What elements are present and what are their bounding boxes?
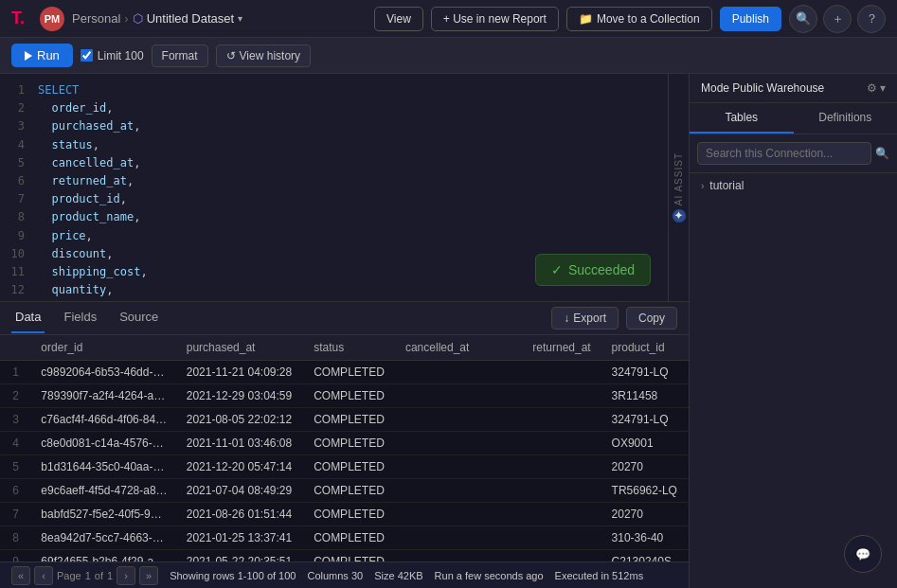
next-page-button[interactable]: › — [117, 566, 135, 585]
status-bar: « ‹ Page 1 of 1 › » Showing rows 1-100 o… — [0, 561, 689, 588]
search-input[interactable] — [697, 142, 871, 165]
view-history-button[interactable]: ↺ View history — [216, 45, 311, 67]
collection-icon: 📁 — [579, 12, 593, 26]
run-button[interactable]: Run — [11, 44, 73, 67]
cell-returned-at — [523, 454, 601, 478]
format-button[interactable]: Format — [152, 45, 208, 67]
tree-caret-icon: › — [701, 181, 704, 191]
size-info: Size 42KB — [374, 570, 422, 581]
tab-data[interactable]: Data — [11, 302, 45, 333]
cell-product-id: OX9001 — [602, 431, 689, 454]
page-label: Page — [57, 570, 81, 581]
search-icon: 🔍 — [875, 147, 889, 160]
table-row: 5 b1d31644-35c0-40aa-a5f3-44f7edfe22ba 2… — [0, 454, 689, 478]
bottom-tabs: Data Fields Source ↓ Export Copy — [0, 301, 689, 335]
editor-area: 123456 789101112 131415161718 SELECT ord… — [0, 74, 689, 588]
check-icon: ✓ — [551, 262, 563, 277]
cell-purchased-at: 2021-11-21 04:09:28 — [177, 360, 304, 383]
prev-page-button[interactable]: ‹ — [34, 566, 53, 585]
table-row: 8 8ea942d7-5cc7-4663-b0de-1eb41066efc0 2… — [0, 526, 689, 549]
col-header-order-id[interactable]: order_id — [31, 335, 176, 361]
col-header-num — [0, 335, 31, 361]
col-header-purchased-at[interactable]: purchased_at — [177, 335, 304, 361]
cell-returned-at — [523, 502, 601, 526]
cell-status: COMPLETED — [304, 360, 396, 383]
export-button[interactable]: ↓ Export — [551, 307, 619, 330]
cell-status: COMPLETED — [304, 431, 396, 454]
code-editor[interactable]: 123456 789101112 131415161718 SELECT ord… — [0, 74, 689, 301]
tree-item-tutorial[interactable]: › tutorial — [690, 173, 897, 198]
row-num: 2 — [0, 383, 31, 407]
cell-purchased-at: 2021-05-22 20:35:51 — [177, 549, 304, 561]
breadcrumb-dataset[interactable]: Untitled Dataset ▾ — [147, 11, 243, 26]
first-page-button[interactable]: « — [11, 566, 30, 585]
breadcrumb: Personal › ⬡ Untitled Dataset ▾ — [72, 11, 242, 26]
data-table-container[interactable]: order_id purchased_at status cancelled_a… — [0, 335, 689, 562]
ai-assist-button[interactable]: ✦ — [673, 209, 686, 223]
limit-input[interactable] — [81, 49, 93, 62]
toolbar: Run Limit 100 Format ↺ View history — [0, 38, 897, 74]
cell-product-id: 310-36-40 — [602, 526, 689, 549]
cell-product-id: TR56962-LQ — [602, 478, 689, 502]
avatar[interactable]: PM — [40, 7, 64, 31]
cell-purchased-at: 2021-01-25 13:37:41 — [177, 526, 304, 549]
chat-bubble[interactable]: 💬 — [844, 535, 882, 573]
chevron-down-icon: ▾ — [238, 13, 242, 24]
cell-purchased-at: 2021-12-20 05:47:14 — [177, 454, 304, 478]
view-button[interactable]: View — [374, 7, 423, 31]
limit-checkbox[interactable]: Limit 100 — [81, 49, 144, 62]
cell-returned-at — [523, 478, 601, 502]
row-num: 3 — [0, 407, 31, 431]
cell-purchased-at: 2021-11-01 03:46:08 — [177, 431, 304, 454]
tree-item-label: tutorial — [709, 179, 744, 192]
main-area: 123456 789101112 131415161718 SELECT ord… — [0, 74, 897, 588]
help-button[interactable]: ？ — [857, 5, 886, 33]
cell-status: COMPLETED — [304, 407, 396, 431]
ai-assist-sidebar: AI ASSIST ✦ — [668, 74, 689, 301]
breadcrumb-personal[interactable]: Personal — [72, 11, 120, 26]
tab-source[interactable]: Source — [116, 302, 162, 333]
col-header-product-id[interactable]: product_id — [602, 335, 689, 361]
total-pages: 1 — [107, 570, 113, 581]
add-button[interactable]: ＋ — [823, 5, 852, 33]
right-panel: Mode Public Warehouse ⚙ ▾ Tables Definit… — [689, 74, 897, 588]
cell-order-id: c8e0d081-c14a-4576-acca-11580ad13761 — [31, 431, 176, 454]
export-icon: ↓ — [564, 312, 569, 325]
tab-definitions[interactable]: Definitions — [794, 103, 898, 134]
cell-product-id: 20270 — [602, 502, 689, 526]
publish-button[interactable]: Publish — [720, 7, 781, 31]
cell-order-id: babfd527-f5e2-40f5-9c91-794705a9b557 — [31, 502, 176, 526]
cell-cancelled-at — [396, 526, 523, 549]
table-row: 9 69f24655-b2b6-4f29-a949-68aee536893c 2… — [0, 549, 689, 561]
cell-cancelled-at — [396, 502, 523, 526]
col-header-returned-at[interactable]: returned_at — [523, 335, 601, 361]
row-num: 4 — [0, 431, 31, 454]
right-panel-tabs: Tables Definitions — [690, 103, 897, 134]
cell-purchased-at: 2021-08-05 22:02:12 — [177, 407, 304, 431]
cell-order-id: 69f24655-b2b6-4f29-a949-68aee536893c — [31, 549, 176, 561]
run-time: Run a few seconds ago — [435, 570, 544, 581]
last-page-button[interactable]: » — [139, 566, 158, 585]
use-in-report-button[interactable]: + Use in new Report — [431, 7, 559, 31]
cell-product-id: 324791-LQ — [602, 407, 689, 431]
move-to-collection-button[interactable]: 📁 Move to a Collection — [566, 7, 712, 31]
row-num: 6 — [0, 478, 31, 502]
tab-tables[interactable]: Tables — [690, 103, 794, 134]
cell-returned-at — [523, 383, 601, 407]
tab-fields[interactable]: Fields — [60, 302, 100, 333]
col-header-status[interactable]: status — [304, 335, 396, 361]
cell-status: COMPLETED — [304, 383, 396, 407]
warehouse-settings-icon[interactable]: ⚙ ▾ — [867, 81, 886, 95]
cell-status: COMPLETED — [304, 526, 396, 549]
play-icon — [25, 51, 32, 61]
copy-button[interactable]: Copy — [626, 307, 677, 330]
cell-order-id: 8ea942d7-5cc7-4663-b0de-1eb41066efc0 — [31, 526, 176, 549]
executed-in: Executed in 512ms — [555, 570, 644, 581]
breadcrumb-sep: › — [124, 11, 128, 26]
cell-purchased-at: 2021-07-04 08:49:29 — [177, 478, 304, 502]
search-button[interactable]: 🔍 — [789, 5, 817, 33]
col-header-cancelled-at[interactable]: cancelled_at — [396, 335, 523, 361]
dataset-icon: ⬡ — [133, 11, 143, 26]
row-num: 9 — [0, 549, 31, 561]
cell-status: COMPLETED — [304, 549, 396, 561]
